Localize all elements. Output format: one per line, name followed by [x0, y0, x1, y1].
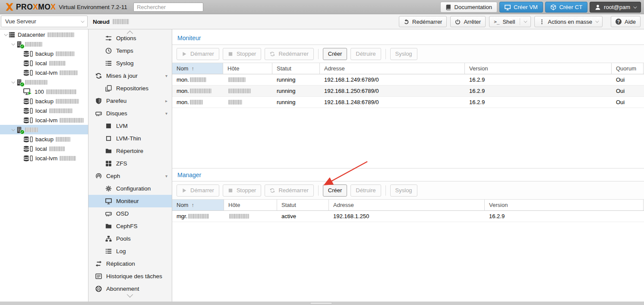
tree-item-storage-backup-1[interactable]: backup	[0, 49, 88, 58]
red-marrer-button[interactable]: Redémarrer	[265, 184, 313, 197]
drive-icon	[95, 110, 102, 117]
cell-text: running	[277, 88, 295, 94]
table-row[interactable]: mon.running192.168.1.248:6789/016.2.9Oui	[172, 97, 644, 108]
restart-button[interactable]: Redémarrer	[399, 16, 447, 27]
column-header-statut[interactable]: Statut	[272, 63, 320, 74]
menu-item-label: OSD	[116, 210, 129, 217]
stopper-button[interactable]: Stopper	[223, 48, 262, 60]
menu-item-osd[interactable]: OSD	[88, 207, 172, 220]
d-truire-button[interactable]: Détruire	[350, 48, 381, 60]
scroll-down-icon[interactable]	[128, 294, 133, 299]
column-header-nom[interactable]: Nom↑	[172, 200, 224, 210]
column-header-quorum[interactable]: Quorum	[612, 63, 644, 74]
proxmox-wordmark: PROXMOX	[16, 3, 56, 12]
menu-item-options[interactable]: Options	[88, 32, 172, 44]
shutdown-button[interactable]: Arrêter	[450, 16, 486, 27]
cr-er-button[interactable]: Créer	[323, 48, 347, 60]
menu-item-configuration[interactable]: Configuration	[88, 182, 172, 195]
column-header-version[interactable]: Version	[465, 63, 612, 74]
menu-item-historique-des-t-ches[interactable]: Historique des tâches	[88, 270, 172, 283]
tree-item-vm-100[interactable]: 100	[0, 87, 88, 96]
menu-item-syslog[interactable]: Syslog	[88, 57, 172, 70]
node-title: Nœud	[93, 14, 129, 29]
menu-item-lvm-thin[interactable]: LVM-Thin	[88, 132, 172, 145]
tree-item-storage-local-2[interactable]: local	[0, 106, 88, 115]
create-ct-button[interactable]: Créer CT	[545, 2, 587, 13]
redacted-text	[228, 77, 246, 82]
documentation-button[interactable]: Documentation	[440, 2, 497, 13]
search-input[interactable]	[133, 3, 203, 12]
tree-item-node-3[interactable]: ✓	[0, 125, 88, 134]
chevron-down-icon	[633, 5, 637, 8]
column-label: Adresse	[333, 202, 354, 208]
tree-item-storage-backup-3[interactable]: backup	[0, 134, 88, 144]
cell-text: 192.168.1.248:6789/0	[324, 99, 379, 105]
menu-item-parefeu[interactable]: Parefeu▸	[88, 95, 172, 107]
menu-item-r-pertoire[interactable]: Répertoire	[88, 145, 172, 157]
red-marrer-button[interactable]: Redémarrer	[265, 48, 313, 60]
menu-item-zfs[interactable]: ZFS	[88, 157, 172, 170]
expand-toggle-icon[interactable]	[2, 33, 9, 36]
menu-item-temps[interactable]: Temps	[88, 44, 172, 57]
column-header-h-te[interactable]: Hôte	[224, 200, 277, 210]
table-cell: Oui	[612, 86, 644, 96]
d-marrer-button[interactable]: Démarrer	[177, 184, 219, 197]
redacted-text	[49, 61, 66, 66]
chevron-down-icon[interactable]	[524, 19, 527, 22]
expand-toggle-icon[interactable]	[9, 128, 16, 131]
expand-toggle-icon[interactable]	[9, 81, 16, 83]
stopper-button[interactable]: Stopper	[223, 184, 262, 197]
menu-item-lvm[interactable]: LVM	[88, 120, 172, 132]
column-header-h-te[interactable]: Hôte	[223, 63, 272, 74]
table-row[interactable]: mon.running192.168.1.250:6789/016.2.9Oui	[172, 86, 644, 97]
d-marrer-button[interactable]: Démarrer	[177, 48, 219, 60]
bulk-actions-button[interactable]: Actions en masse	[534, 16, 603, 27]
tree-item-storage-local-lvm-3[interactable]: local-lvm	[0, 153, 88, 163]
d-truire-button[interactable]: Détruire	[350, 184, 381, 197]
menu-item-moniteur[interactable]: Moniteur	[88, 195, 172, 207]
column-header-version[interactable]: Version	[485, 200, 644, 210]
user-menu-button[interactable]: root@pam	[590, 2, 641, 13]
table-row[interactable]: mon.running192.168.1.249:6789/016.2.9Oui	[172, 74, 644, 86]
syslog-button[interactable]: Syslog	[390, 48, 417, 60]
menu-item-ceph[interactable]: Ceph▾	[88, 170, 172, 182]
storage-icon	[23, 146, 33, 152]
help-button[interactable]: ? Aide	[611, 16, 641, 27]
tree-item-storage-local-lvm-2[interactable]: local-lvm	[0, 115, 88, 125]
toolbar-separator	[385, 185, 386, 196]
section-manager: ManagerDémarrerStopperRedémarrerCréerDét…	[172, 168, 644, 222]
button-label: Stopper	[237, 51, 256, 57]
menu-item-pools[interactable]: Pools	[88, 232, 172, 245]
syslog-button[interactable]: Syslog	[390, 184, 417, 197]
menu-item-repositories[interactable]: Repositories	[88, 82, 172, 95]
tree-item-node-1[interactable]: ✓	[0, 39, 88, 49]
folder-icon	[105, 223, 112, 229]
menu-item-cephfs[interactable]: CephFS	[88, 220, 172, 232]
view-selector[interactable]: Vue Serveur	[1, 16, 88, 27]
menu-item-disques[interactable]: Disques▾	[88, 107, 172, 120]
tree-item-storage-local-1[interactable]: local	[0, 58, 88, 68]
column-header-adresse[interactable]: Adresse	[329, 200, 485, 210]
tree-item-storage-backup-2[interactable]: backup	[0, 96, 88, 106]
menu-item-r-plication[interactable]: Réplication	[88, 257, 172, 270]
menu-item-mises-jour[interactable]: Mises à jour▾	[88, 70, 172, 82]
tree-item-storage-local-3[interactable]: local	[0, 144, 88, 153]
cell-text: 16.2.9	[469, 76, 485, 83]
expand-toggle-icon[interactable]	[9, 43, 16, 45]
chevron-down-icon	[595, 19, 599, 22]
menu-item-log[interactable]: Log	[88, 245, 172, 257]
tree-item-node-2[interactable]: ✓	[0, 77, 88, 87]
tree-item-storage-local-lvm-1[interactable]: local-lvm	[0, 68, 88, 77]
column-header-statut[interactable]: Statut	[277, 200, 329, 210]
horizontal-scrollbar-thumb[interactable]	[310, 302, 332, 305]
column-header-adresse[interactable]: Adresse	[320, 63, 465, 74]
redacted-text	[60, 70, 78, 75]
column-header-nom[interactable]: Nom↑	[172, 63, 223, 74]
tree-item-datacenter[interactable]: Datacenter	[0, 30, 88, 39]
create-vm-button[interactable]: Créer VM	[499, 2, 543, 13]
node-toolbar: Vue Serveur Nœud Redémarrer Arrêter >_ S…	[0, 14, 644, 29]
cr-er-button[interactable]: Créer	[323, 184, 347, 197]
shell-button[interactable]: >_ Shell	[489, 16, 531, 27]
tree-item-label: local-lvm	[35, 70, 57, 76]
table-row[interactable]: mgr.active192.168.1.25016.2.9	[172, 211, 644, 222]
